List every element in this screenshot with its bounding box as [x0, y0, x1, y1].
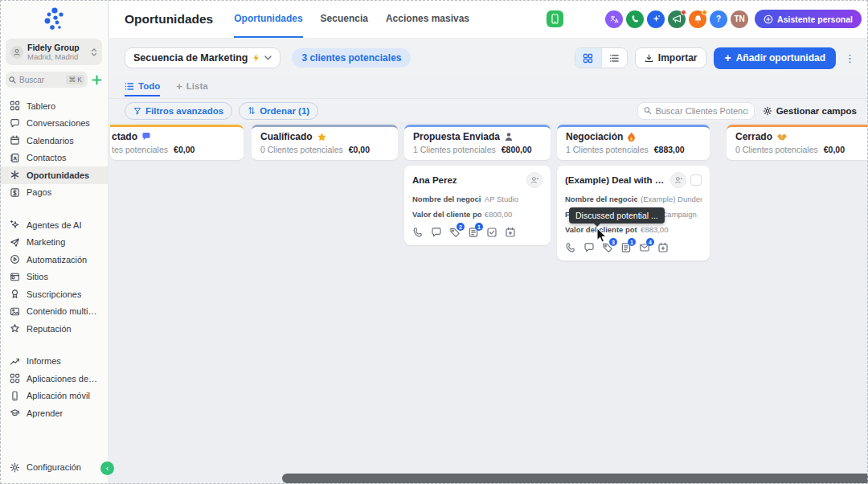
- sidebar-item-automatizacion[interactable]: Automatización: [0, 251, 108, 269]
- sidebar-nav: Tablero Conversaciones Calendarios Conta…: [0, 97, 108, 422]
- sidebar-item-tablero[interactable]: Tablero: [0, 97, 108, 115]
- task-check-icon[interactable]: [486, 227, 497, 238]
- sidebar-search[interactable]: Buscar ⌘ K: [6, 72, 88, 88]
- sidebar-item-aplicaciones-mercado[interactable]: Aplicaciones del mercado: [0, 370, 108, 388]
- translate-icon[interactable]: [605, 10, 623, 28]
- main-area: Oportunidades Oportunidades Secuencia Ac…: [109, 0, 868, 484]
- kanban-view-button[interactable]: [575, 48, 601, 68]
- sidebar-item-label: Conversaciones: [27, 118, 90, 128]
- leads-search-input[interactable]: [655, 106, 747, 116]
- mail-icon[interactable]: 4: [639, 242, 650, 253]
- sidebar-item-contactos[interactable]: Contactos: [0, 150, 108, 167]
- note-icon[interactable]: 1: [620, 242, 632, 253]
- user-avatar[interactable]: TN: [731, 10, 748, 28]
- sidebar-item-pagos[interactable]: Pagos: [0, 184, 108, 202]
- list-view-button[interactable]: [601, 48, 627, 68]
- notifications-bell-icon[interactable]: [689, 10, 706, 28]
- tag-icon[interactable]: 2: [449, 227, 461, 238]
- sidebar-item-contenido-multimedia[interactable]: Contenido multimedia U...: [0, 303, 108, 321]
- sidebar-item-aplicacion-movil[interactable]: Aplicación móvil: [0, 388, 108, 405]
- tab-todo[interactable]: Todo: [125, 77, 160, 96]
- pipeline-selector[interactable]: Secuencia de Marketing: [125, 47, 280, 68]
- horizontal-scrollbar[interactable]: [282, 474, 868, 483]
- call-icon[interactable]: [565, 242, 576, 253]
- website-icon: [10, 272, 20, 282]
- tab-add-lista[interactable]: + Lista: [176, 77, 207, 96]
- sidebar-item-aprender[interactable]: Aprender: [0, 404, 108, 422]
- calendar-add-icon[interactable]: [657, 242, 669, 253]
- tab-acciones-masivas[interactable]: Acciones masivas: [386, 0, 469, 38]
- sort-label: Ordenar (1): [260, 106, 309, 116]
- advanced-filters-button[interactable]: Filtros avanzados: [125, 102, 232, 120]
- column-title: ctado: [112, 131, 137, 142]
- sidebar-item-sitios[interactable]: Sitios: [0, 269, 108, 286]
- column-title: Cualificado: [260, 131, 313, 142]
- assignee-avatar[interactable]: [670, 172, 686, 188]
- sidebar-item-label: Pagos: [27, 187, 51, 197]
- count-badge: 4: [646, 238, 654, 246]
- personal-assistant-button[interactable]: Asistente personal: [755, 10, 862, 28]
- download-icon: [645, 54, 653, 63]
- calendar-add-icon[interactable]: [505, 227, 516, 238]
- sidebar-item-marketing[interactable]: Marketing: [0, 234, 108, 252]
- column-header[interactable]: Propuesta Enviada 1 Clientes potenciales…: [404, 125, 551, 160]
- column-header[interactable]: ctado tes potenciales €0,00: [110, 125, 244, 160]
- opportunity-card-ana-perez[interactable]: Ana Perez Nombre del negocio: AP Studio …: [404, 166, 551, 245]
- add-opportunity-button[interactable]: + Añadir oportunidad: [714, 47, 836, 69]
- plus-icon: [92, 75, 102, 85]
- announcements-megaphone-icon[interactable]: [668, 10, 686, 28]
- tab-oportunidades[interactable]: Oportunidades: [234, 0, 302, 38]
- tag-icon[interactable]: 3: [602, 242, 613, 253]
- assistant-label: Asistente personal: [777, 14, 853, 24]
- sidebar-collapse-button[interactable]: ‹: [100, 461, 114, 475]
- star-icon: [317, 132, 327, 142]
- phone-icon[interactable]: [626, 10, 644, 28]
- column-header[interactable]: Cerrado 0 Clientes potenciales €0,00: [727, 125, 868, 160]
- sidebar-item-agentes-ai[interactable]: Agentes de AI: [0, 216, 108, 234]
- app-logo[interactable]: [0, 0, 108, 36]
- card-title: Ana Perez: [412, 175, 522, 185]
- leads-count-badge[interactable]: 3 clientes potenciales: [292, 48, 411, 68]
- sidebar-item-conversaciones[interactable]: Conversaciones: [0, 115, 108, 133]
- sidebar-item-label: Contactos: [27, 153, 67, 162]
- sort-button[interactable]: Ordenar (1): [239, 102, 318, 120]
- sidebar-item-oportunidades[interactable]: Oportunidades: [0, 166, 108, 184]
- tooltip: Discussed potential ...: [569, 207, 665, 224]
- note-icon[interactable]: 1: [468, 227, 479, 238]
- help-icon[interactable]: ?: [710, 10, 727, 28]
- column-header[interactable]: Cualificado 0 Clientes potenciales €0,00: [252, 125, 398, 160]
- sidebar-item-reputacion[interactable]: Reputación: [0, 320, 108, 338]
- mobile-app-icon[interactable]: [547, 10, 563, 27]
- manage-fields-button[interactable]: Gestionar campos: [763, 106, 857, 116]
- more-options-button[interactable]: ⋮: [843, 52, 857, 64]
- beta-sparkle-icon[interactable]: [647, 10, 665, 28]
- import-button[interactable]: Importar: [635, 47, 707, 68]
- sidebar-item-label: Aplicaciones del mercado: [27, 374, 98, 384]
- field-value: €800,00: [485, 210, 542, 219]
- column-stats: 0 Clientes potenciales: [260, 145, 343, 154]
- sidebar-item-suscripciones[interactable]: Suscripciones: [0, 285, 108, 303]
- chat-icon: [10, 118, 20, 129]
- sidebar: Fidely Group Madrid, Madrid Buscar ⌘ K T…: [0, 0, 108, 484]
- search-icon: [644, 106, 652, 115]
- quick-add-button[interactable]: [92, 75, 102, 85]
- column-header[interactable]: Negociación 1 Clientes potenciales €883,…: [557, 125, 710, 160]
- assignee-avatar[interactable]: [526, 172, 542, 188]
- search-shortcut: ⌘ K: [66, 75, 84, 84]
- chat-icon[interactable]: [583, 242, 595, 253]
- pipeline-name: Secuencia de Marketing: [133, 52, 248, 64]
- sidebar-item-calendarios[interactable]: Calendarios: [0, 132, 108, 150]
- sidebar-item-label: Aprender: [27, 408, 63, 418]
- tab-secuencia[interactable]: Secuencia: [321, 0, 368, 38]
- chat-icon[interactable]: [431, 227, 442, 238]
- fire-icon: [627, 132, 636, 142]
- plus-icon: +: [724, 51, 731, 64]
- call-icon[interactable]: [412, 227, 424, 238]
- mouse-cursor: [596, 228, 608, 244]
- account-switcher[interactable]: Fidely Group Madrid, Madrid: [6, 39, 102, 65]
- sidebar-item-informes[interactable]: Informes: [0, 353, 108, 371]
- leads-search[interactable]: [637, 102, 755, 120]
- column-title: Cerrado: [735, 131, 772, 142]
- card-checkbox[interactable]: [690, 174, 702, 186]
- sidebar-item-configuracion[interactable]: Configuración: [0, 459, 108, 477]
